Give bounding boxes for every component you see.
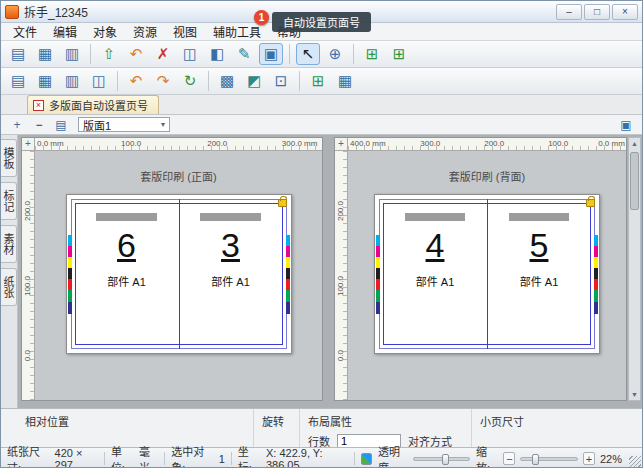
crosshair-icon[interactable]: + (22, 138, 35, 151)
zoom-control: 缩放: − + 22% (476, 443, 636, 468)
columns-button[interactable]: ◫ (178, 43, 202, 65)
panels-button[interactable]: ◧ (205, 43, 229, 65)
color-bar-icon (68, 235, 72, 314)
edit-page-button[interactable]: ✎ (232, 43, 256, 65)
minimize-button[interactable]: – (556, 4, 582, 20)
ruler-label: 0.0 mm (37, 139, 64, 148)
chevron-down-icon: ▾ (161, 120, 165, 129)
tab-close-icon[interactable]: × (33, 100, 44, 111)
auto-page-number-button[interactable]: ▣ (259, 43, 283, 65)
add-template-button[interactable]: ⊞ (387, 43, 411, 65)
status-bar: 纸张尺寸: 420 × 297 单位: 毫米 选中对象: 1 坐标: X: 42… (1, 447, 642, 468)
component-button[interactable]: ◩ (242, 70, 266, 92)
opacity-slider-thumb[interactable] (442, 454, 449, 465)
add-grid-button[interactable]: ⊞ (360, 43, 384, 65)
zoom-tool-button[interactable]: ⊕ (323, 43, 347, 65)
layout-grid-button[interactable]: ▦ (333, 70, 357, 92)
document-tab[interactable]: × 多版面自动设置页号 (27, 95, 159, 114)
scrollbar-thumb[interactable] (630, 152, 639, 210)
add-sheet-button[interactable]: + (8, 117, 26, 133)
resize-grip[interactable] (629, 456, 641, 468)
preview-front-button[interactable]: ▥ (60, 70, 84, 92)
status-separator (164, 452, 165, 465)
ruler-label: 300.0 (420, 139, 440, 148)
inspect-button[interactable]: ⊡ (269, 70, 293, 92)
color-bar-icon (376, 235, 380, 314)
remove-sheet-button[interactable]: − (30, 117, 48, 133)
toolbar-secondary: ▤ ▦ ▥ ◫ ↶ ↷ ↻ ▩ ◩ ⊡ ⊞ ▦ (1, 68, 642, 95)
add-component-button[interactable]: ⊞ (306, 70, 330, 92)
view-caption: 套版印刷 (背面) (348, 168, 626, 184)
sidebar-tab-paper[interactable]: 纸张 (1, 268, 17, 306)
crosshair-icon[interactable]: + (335, 138, 348, 151)
page-cell[interactable]: 6 部件 A1 (75, 203, 179, 345)
menu-item-object[interactable]: 对象 (85, 22, 125, 41)
zoom-out-button[interactable]: − (503, 452, 515, 465)
zoom-slider-thumb[interactable] (532, 454, 539, 465)
save-page-button[interactable]: ▦ (33, 70, 57, 92)
zoom-in-button[interactable]: + (583, 452, 595, 465)
sidebar-tab-material[interactable]: 素材 (1, 225, 17, 263)
sidebar-tab-marks[interactable]: 标记 (1, 182, 17, 220)
undo-button[interactable]: ↶ (124, 43, 148, 65)
toolbar-separator (353, 44, 354, 64)
page-cell[interactable]: 4 部件 A1 (383, 203, 487, 345)
ruler-label: 100.0 (548, 139, 568, 148)
new-layout-button[interactable]: ▤ (6, 43, 30, 65)
document-tab-bar: × 多版面自动设置页号 (1, 95, 642, 115)
unit-value: 毫米 (139, 443, 158, 468)
page-part-label: 部件 A1 (107, 273, 146, 289)
close-button[interactable]: × (612, 4, 638, 20)
view-back-canvas[interactable]: 套版印刷 (背面) 4 部件 A1 (348, 151, 626, 400)
selected-objects-value: 1 (219, 453, 225, 465)
toolbar-separator (90, 44, 91, 64)
panel-rotation: 旋转 (253, 409, 299, 447)
opacity-slider[interactable] (413, 457, 470, 461)
ruler-label: 100.0 (121, 139, 141, 148)
ruler-label: 200.0 (207, 139, 227, 148)
menu-item-edit[interactable]: 编辑 (45, 22, 85, 41)
window-controls: – □ × (556, 4, 638, 20)
imposition-sheet-back[interactable]: 4 部件 A1 5 部件 A1 (374, 194, 600, 354)
import-button[interactable]: ⇧ (97, 43, 121, 65)
fit-screen-button[interactable]: ▣ (617, 117, 635, 133)
select-tool-button[interactable]: ↖ (296, 43, 320, 65)
panel-title: 布局属性 (308, 413, 463, 429)
export-layout-button[interactable]: ▥ (60, 43, 84, 65)
toolbar-separator (299, 71, 300, 91)
delete-button[interactable]: ✗ (151, 43, 175, 65)
menu-item-view[interactable]: 视图 (165, 22, 205, 41)
grid-view-button[interactable]: ▩ (215, 70, 239, 92)
status-separator (104, 452, 105, 465)
new-page-button[interactable]: ▤ (6, 70, 30, 92)
toolbar-main: ▤ ▦ ▥ ⇧ ↶ ✗ ◫ ◧ ✎ ▣ ↖ ⊕ ⊞ ⊞ (1, 41, 642, 68)
page-cell[interactable]: 3 部件 A1 (179, 203, 283, 345)
sheet-page-icon[interactable]: ▤ (52, 117, 70, 133)
sidebar-tab-template[interactable]: 模板 (1, 139, 17, 177)
zoom-slider[interactable] (520, 457, 578, 461)
page-pair: 4 部件 A1 5 部件 A1 (383, 203, 591, 345)
ruler-horizontal: 400.0 mm 300.0 200.0 100.0 0.0 mm (348, 138, 626, 151)
maximize-button[interactable]: □ (584, 4, 610, 20)
scroll-up-icon[interactable]: ▲ (629, 138, 640, 149)
save-layout-button[interactable]: ▦ (33, 43, 57, 65)
toolbar-separator (289, 44, 290, 64)
view-front-canvas[interactable]: 套版印刷 (正面) 6 部件 A1 (35, 151, 322, 400)
scroll-down-icon[interactable]: ▼ (629, 389, 640, 400)
undo-edit-button[interactable]: ↶ (124, 70, 148, 92)
layout-combobox[interactable]: 版面1 ▾ (78, 117, 170, 132)
vertical-scrollbar[interactable]: ▲ ▼ (628, 137, 641, 401)
menu-item-resource[interactable]: 资源 (125, 22, 165, 41)
grayscale-bar (509, 213, 569, 221)
preview-back-button[interactable]: ◫ (87, 70, 111, 92)
panel-title: 小页尺寸 (480, 413, 634, 429)
imposition-sheet-front[interactable]: 6 部件 A1 3 部件 A1 (66, 194, 292, 354)
page-cell[interactable]: 5 部件 A1 (487, 203, 591, 345)
menu-item-file[interactable]: 文件 (5, 22, 45, 41)
refresh-button[interactable]: ↻ (178, 70, 202, 92)
unit-label: 单位: (111, 443, 133, 468)
page-part-label: 部件 A1 (416, 273, 455, 289)
paper-size-value: 420 × 297 (55, 447, 98, 468)
redo-edit-button[interactable]: ↷ (151, 70, 175, 92)
grayscale-bar (200, 213, 260, 221)
